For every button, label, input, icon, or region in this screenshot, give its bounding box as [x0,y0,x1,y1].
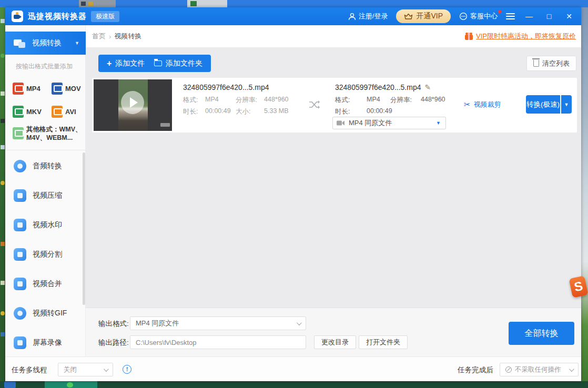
sidebar-item-audio-convert[interactable]: 音频转换 [5,151,83,181]
duration-label: 时长: [335,107,350,116]
change-directory-button[interactable]: 更改目录 [314,335,356,349]
breadcrumb-separator: › [109,33,111,40]
sidebar-item-label: 视频水印 [33,220,62,230]
output-format-value: MP4 同原文件 [136,319,179,328]
chevron-down-icon [104,366,109,372]
sidebar-item-video-watermark[interactable]: 视频水印 [5,210,83,240]
format-button-mov[interactable]: MOV [52,83,81,95]
taskbar[interactable] [0,381,588,388]
format-value: MP4 [367,96,380,103]
video-crop-link[interactable]: ✂ 视频裁剪 [464,100,501,109]
format-label: 格式: [183,96,198,105]
format-label: AVI [65,108,76,116]
notification-dot [498,10,501,13]
pencil-icon[interactable]: ✎ [424,83,431,91]
wechat-icon [67,382,73,387]
open-vip-button[interactable]: 开通VIP [396,9,451,23]
video-compress-icon [14,189,26,202]
convert-button[interactable]: 转换(极速) [526,95,560,114]
breadcrumb-home[interactable]: 首页 [92,32,106,41]
size-value: 5.33 MB [264,107,289,115]
desktop-top-strip [0,0,588,7]
menu-icon[interactable] [506,13,515,19]
duration-value: 00:00:49 [367,107,392,115]
person-icon [348,13,356,21]
version-badge: 极速版 [91,11,119,22]
login-button[interactable]: 注册/登录 [348,12,388,21]
main-area: 首页 › 视频转换 VIP限时特惠活动，即将恢复原价 + 添加文件 添加文件夹 [86,25,581,356]
screen-record-icon [14,336,26,349]
video-merge-icon [14,278,26,290]
sidebar-item-video-split[interactable]: 视频分割 [5,240,83,269]
preset-value: MP4 同原文件 [349,118,392,128]
format-button-other[interactable]: 其他格式：WMV、 M4V、WEBM... [13,125,82,142]
source-filename: 324805997f6e420...5.mp4 [183,83,269,91]
multithread-value: 关闭 [64,365,77,374]
sidebar-item-video-to-gif[interactable]: 视频转GIF [5,299,83,328]
info-icon[interactable]: ! [123,365,131,374]
duration-label: 时长: [183,107,198,116]
resolution-label: 分辨率: [236,96,257,105]
format-label: MP4 [26,85,40,93]
sidebar-item-label: 视频合并 [33,279,62,289]
sidebar-divider [5,150,86,150]
play-icon[interactable] [121,91,144,114]
background-window-fragment [187,0,227,7]
caret-down-icon: ▼ [436,120,441,126]
vip-promo-link[interactable]: VIP限时特惠活动，即将恢复原价 [465,32,576,41]
video-split-icon [14,248,26,261]
format-button-avi[interactable]: AVI [52,106,76,118]
mov-file-icon [52,83,63,95]
add-folder-button[interactable]: 添加文件夹 [146,55,211,72]
breadcrumb: 首页 › 视频转换 VIP限时特惠活动，即将恢复原价 [86,25,581,47]
app-logo-icon [12,11,23,22]
format-button-mp4[interactable]: MP4 [13,83,40,95]
open-folder-button[interactable]: 打开文件夹 [359,335,408,349]
batch-add-hint: 按输出格式批量添加 [5,62,83,71]
output-format-label: 输出格式: [98,319,129,329]
chevron-down-icon [569,366,574,372]
output-format-select[interactable]: MP4 同原文件 [130,316,306,330]
titlebar: 迅捷视频转换器 极速版 注册/登录 开通VIP 客服中心 — □ [5,7,581,25]
after-task-value: 不采取任何操作 [515,365,561,374]
convert-all-button[interactable]: 全部转换 [509,322,574,345]
resolution-value: 448*960 [421,96,445,103]
thumbnail-watermark [160,123,170,127]
sidebar-item-video-compress[interactable]: 视频压缩 [5,181,83,210]
clear-list-label: 清空列表 [542,59,570,68]
content-area: + 添加文件 添加文件夹 清空列表 [86,47,581,356]
chevron-down-icon: ▼ [75,40,79,46]
sidebar-item-video-merge[interactable]: 视频合并 [5,269,83,299]
minimize-button[interactable]: — [523,7,535,25]
multithread-label: 任务多线程 [12,365,47,375]
mp4-file-icon [13,83,24,95]
output-preset-dropdown[interactable]: MP4 同原文件 ▼ [332,117,446,129]
size-label: 大小: [236,107,250,116]
sidebar-scrollbar[interactable] [83,152,85,305]
maximize-button[interactable]: □ [543,7,555,25]
output-path-input[interactable] [130,335,306,349]
sidebar-item-video-convert[interactable]: 视频转换 ▼ [5,32,86,55]
service-center-button[interactable]: 客服中心 [459,12,498,21]
trash-icon [533,60,539,67]
format-value: MP4 [205,96,219,103]
login-label: 注册/登录 [359,12,388,21]
breadcrumb-current: 视频转换 [114,32,141,41]
taskbar-app-icon[interactable] [4,382,16,388]
app-title: 迅捷视频转换器 [28,12,87,22]
sidebar-item-label: 视频转GIF [33,309,67,318]
close-button[interactable]: ✕ [563,7,575,25]
convert-options-button[interactable]: ▼ [561,95,572,114]
after-task-select[interactable]: 不采取任何操作 [500,363,579,376]
sidebar-item-screen-record[interactable]: 屏幕录像 [5,328,83,358]
format-button-mkv[interactable]: MKV [13,106,42,118]
add-file-button[interactable]: + 添加文件 [98,55,153,72]
screen: 迅捷视频转换器 极速版 注册/登录 开通VIP 客服中心 — □ [0,0,588,388]
video-thumbnail[interactable] [94,79,172,131]
background-window-fragment [79,0,116,7]
taskbar-active-app[interactable] [45,381,97,388]
sidebar: 视频转换 ▼ 按输出格式批量添加 MP4 MOV MKV AVI [5,25,86,356]
multithread-select[interactable]: 关闭 [58,363,113,376]
folder-icon [154,60,162,66]
clear-list-button[interactable]: 清空列表 [526,56,576,71]
